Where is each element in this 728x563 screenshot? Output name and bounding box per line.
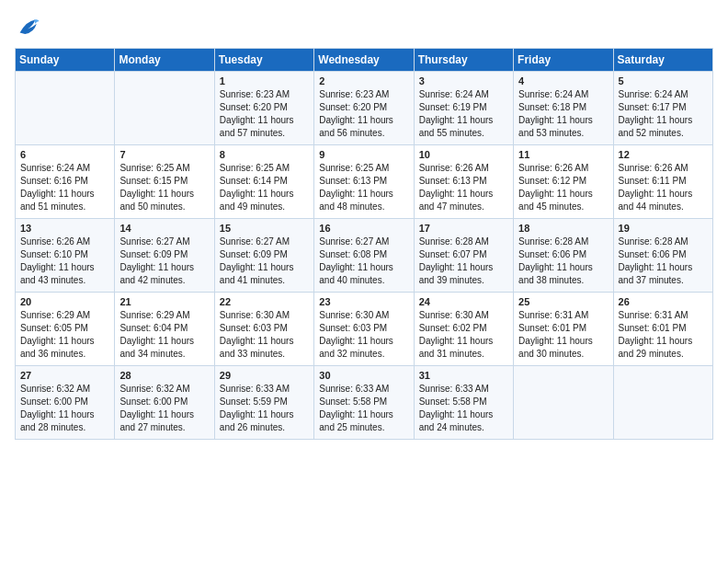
day-number: 4: [518, 75, 608, 86]
header-thursday: Thursday: [414, 49, 513, 72]
calendar-week-row: 6Sunrise: 6:24 AM Sunset: 6:16 PM Daylig…: [16, 145, 713, 219]
header-wednesday: Wednesday: [314, 49, 414, 72]
day-number: 3: [419, 75, 508, 86]
cell-info: Sunrise: 6:26 AM Sunset: 6:10 PM Dayligh…: [20, 236, 109, 287]
cell-info: Sunrise: 6:30 AM Sunset: 6:02 PM Dayligh…: [419, 309, 508, 361]
day-number: 18: [518, 223, 608, 234]
cell-info: Sunrise: 6:31 AM Sunset: 6:01 PM Dayligh…: [619, 309, 708, 361]
day-number: 31: [419, 370, 508, 381]
day-number: 19: [619, 223, 708, 234]
calendar-cell: 20Sunrise: 6:29 AM Sunset: 6:05 PM Dayli…: [16, 293, 115, 366]
calendar-cell: 30Sunrise: 6:33 AM Sunset: 5:58 PM Dayli…: [314, 366, 414, 440]
cell-info: Sunrise: 6:31 AM Sunset: 6:01 PM Dayligh…: [518, 309, 608, 361]
day-number: 20: [20, 296, 109, 307]
day-number: 23: [319, 296, 408, 307]
calendar-cell: [115, 72, 214, 145]
calendar-cell: 16Sunrise: 6:27 AM Sunset: 6:08 PM Dayli…: [314, 219, 414, 293]
calendar-cell: 14Sunrise: 6:27 AM Sunset: 6:09 PM Dayli…: [115, 219, 214, 293]
cell-info: Sunrise: 6:24 AM Sunset: 6:19 PM Dayligh…: [419, 88, 508, 140]
day-number: 5: [619, 75, 708, 86]
header-sunday: Sunday: [16, 49, 115, 72]
day-number: 25: [518, 296, 608, 307]
cell-info: Sunrise: 6:28 AM Sunset: 6:06 PM Dayligh…: [518, 236, 608, 287]
day-number: 29: [220, 370, 309, 381]
day-number: 24: [419, 296, 508, 307]
calendar-cell: 11Sunrise: 6:26 AM Sunset: 6:12 PM Dayli…: [514, 145, 613, 219]
cell-info: Sunrise: 6:25 AM Sunset: 6:15 PM Dayligh…: [119, 162, 209, 213]
cell-info: Sunrise: 6:24 AM Sunset: 6:16 PM Dayligh…: [20, 162, 109, 213]
day-number: 12: [619, 149, 708, 160]
calendar-week-row: 27Sunrise: 6:32 AM Sunset: 6:00 PM Dayli…: [16, 366, 713, 440]
calendar-table: SundayMondayTuesdayWednesdayThursdayFrid…: [15, 48, 713, 440]
calendar-cell: [613, 366, 712, 440]
calendar-cell: 22Sunrise: 6:30 AM Sunset: 6:03 PM Dayli…: [214, 293, 313, 366]
cell-info: Sunrise: 6:32 AM Sunset: 6:00 PM Dayligh…: [20, 383, 109, 434]
cell-info: Sunrise: 6:28 AM Sunset: 6:06 PM Dayligh…: [619, 236, 708, 287]
day-number: 10: [419, 149, 508, 160]
calendar-header-row: SundayMondayTuesdayWednesdayThursdayFrid…: [16, 49, 713, 72]
cell-info: Sunrise: 6:29 AM Sunset: 6:04 PM Dayligh…: [119, 309, 209, 361]
calendar-cell: 15Sunrise: 6:27 AM Sunset: 6:09 PM Dayli…: [214, 219, 313, 293]
calendar-cell: 27Sunrise: 6:32 AM Sunset: 6:00 PM Dayli…: [16, 366, 115, 440]
cell-info: Sunrise: 6:33 AM Sunset: 5:58 PM Dayligh…: [419, 383, 508, 434]
calendar-cell: 4Sunrise: 6:24 AM Sunset: 6:18 PM Daylig…: [514, 72, 613, 145]
calendar-week-row: 1Sunrise: 6:23 AM Sunset: 6:20 PM Daylig…: [16, 72, 713, 145]
cell-info: Sunrise: 6:30 AM Sunset: 6:03 PM Dayligh…: [220, 309, 309, 361]
header-friday: Friday: [514, 49, 613, 72]
cell-info: Sunrise: 6:26 AM Sunset: 6:11 PM Dayligh…: [619, 162, 708, 213]
cell-info: Sunrise: 6:26 AM Sunset: 6:13 PM Dayligh…: [419, 162, 508, 213]
cell-info: Sunrise: 6:33 AM Sunset: 5:58 PM Dayligh…: [319, 383, 408, 434]
day-number: 6: [20, 149, 109, 160]
day-number: 28: [119, 370, 209, 381]
calendar-cell: 21Sunrise: 6:29 AM Sunset: 6:04 PM Dayli…: [115, 293, 214, 366]
cell-info: Sunrise: 6:24 AM Sunset: 6:18 PM Dayligh…: [518, 88, 608, 140]
calendar-cell: 1Sunrise: 6:23 AM Sunset: 6:20 PM Daylig…: [214, 72, 313, 145]
calendar-cell: [514, 366, 613, 440]
cell-info: Sunrise: 6:27 AM Sunset: 6:09 PM Dayligh…: [220, 236, 309, 287]
calendar-cell: 17Sunrise: 6:28 AM Sunset: 6:07 PM Dayli…: [414, 219, 513, 293]
cell-info: Sunrise: 6:24 AM Sunset: 6:17 PM Dayligh…: [619, 88, 708, 140]
cell-info: Sunrise: 6:23 AM Sunset: 6:20 PM Dayligh…: [319, 88, 408, 140]
calendar-cell: 25Sunrise: 6:31 AM Sunset: 6:01 PM Dayli…: [514, 293, 613, 366]
cell-info: Sunrise: 6:28 AM Sunset: 6:07 PM Dayligh…: [419, 236, 508, 287]
calendar-cell: 24Sunrise: 6:30 AM Sunset: 6:02 PM Dayli…: [414, 293, 513, 366]
calendar-cell: 12Sunrise: 6:26 AM Sunset: 6:11 PM Dayli…: [613, 145, 712, 219]
day-number: 30: [319, 370, 408, 381]
day-number: 15: [220, 223, 309, 234]
logo-icon: [15, 15, 40, 40]
calendar-cell: 19Sunrise: 6:28 AM Sunset: 6:06 PM Dayli…: [613, 219, 712, 293]
day-number: 2: [319, 75, 408, 86]
calendar-cell: 23Sunrise: 6:30 AM Sunset: 6:03 PM Dayli…: [314, 293, 414, 366]
day-number: 9: [319, 149, 408, 160]
cell-info: Sunrise: 6:33 AM Sunset: 5:59 PM Dayligh…: [220, 383, 309, 434]
logo: [15, 15, 44, 40]
header-saturday: Saturday: [613, 49, 712, 72]
calendar-cell: 13Sunrise: 6:26 AM Sunset: 6:10 PM Dayli…: [16, 219, 115, 293]
cell-info: Sunrise: 6:25 AM Sunset: 6:13 PM Dayligh…: [319, 162, 408, 213]
day-number: 27: [20, 370, 109, 381]
calendar-cell: 31Sunrise: 6:33 AM Sunset: 5:58 PM Dayli…: [414, 366, 513, 440]
day-number: 26: [619, 296, 708, 307]
calendar-cell: 5Sunrise: 6:24 AM Sunset: 6:17 PM Daylig…: [613, 72, 712, 145]
cell-info: Sunrise: 6:26 AM Sunset: 6:12 PM Dayligh…: [518, 162, 608, 213]
calendar-cell: 18Sunrise: 6:28 AM Sunset: 6:06 PM Dayli…: [514, 219, 613, 293]
day-number: 21: [119, 296, 209, 307]
calendar-cell: 7Sunrise: 6:25 AM Sunset: 6:15 PM Daylig…: [115, 145, 214, 219]
cell-info: Sunrise: 6:27 AM Sunset: 6:08 PM Dayligh…: [319, 236, 408, 287]
day-number: 7: [119, 149, 209, 160]
cell-info: Sunrise: 6:27 AM Sunset: 6:09 PM Dayligh…: [119, 236, 209, 287]
cell-info: Sunrise: 6:30 AM Sunset: 6:03 PM Dayligh…: [319, 309, 408, 361]
day-number: 11: [518, 149, 608, 160]
calendar-cell: 29Sunrise: 6:33 AM Sunset: 5:59 PM Dayli…: [214, 366, 313, 440]
cell-info: Sunrise: 6:25 AM Sunset: 6:14 PM Dayligh…: [220, 162, 309, 213]
calendar-cell: [16, 72, 115, 145]
day-number: 13: [20, 223, 109, 234]
calendar-cell: 28Sunrise: 6:32 AM Sunset: 6:00 PM Dayli…: [115, 366, 214, 440]
page-header: [15, 15, 713, 40]
header-tuesday: Tuesday: [214, 49, 313, 72]
day-number: 8: [220, 149, 309, 160]
calendar-cell: 6Sunrise: 6:24 AM Sunset: 6:16 PM Daylig…: [16, 145, 115, 219]
calendar-cell: 10Sunrise: 6:26 AM Sunset: 6:13 PM Dayli…: [414, 145, 513, 219]
day-number: 14: [119, 223, 209, 234]
calendar-cell: 3Sunrise: 6:24 AM Sunset: 6:19 PM Daylig…: [414, 72, 513, 145]
